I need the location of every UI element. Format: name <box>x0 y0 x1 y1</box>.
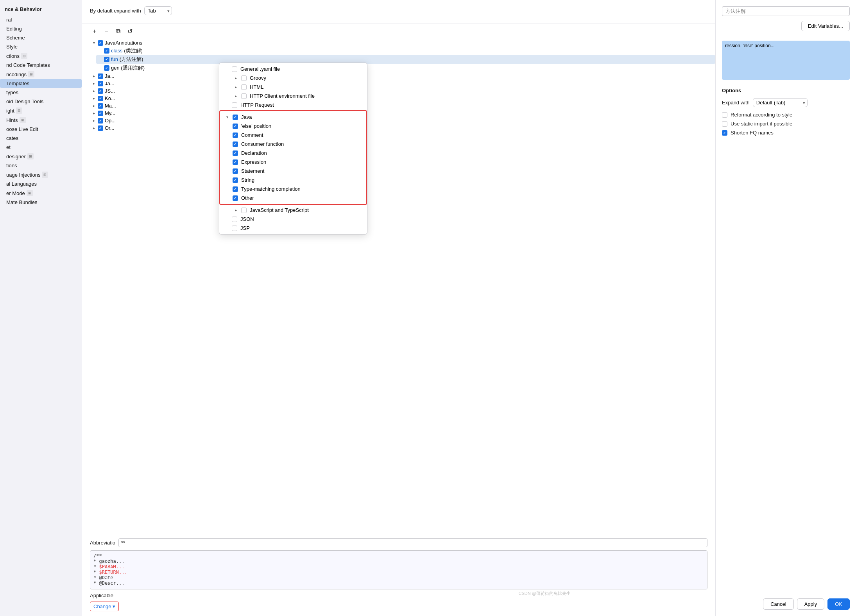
checkbox-other[interactable] <box>233 195 238 201</box>
tree-item-fun[interactable]: fun (方法注解) <box>96 55 715 64</box>
sidebar-item-editing[interactable]: Editing <box>0 24 82 33</box>
ok-button[interactable]: OK <box>827 598 850 610</box>
sidebar-item-design-tools[interactable]: oid Design Tools <box>0 97 82 106</box>
checkbox-ko[interactable] <box>98 96 103 101</box>
tree-item-my[interactable]: My... <box>90 109 715 117</box>
tree-item-class[interactable]: class (类注解) <box>96 47 715 55</box>
dropdown-item-other[interactable]: Other <box>220 193 366 202</box>
applicable-row[interactable]: Change ▾ <box>90 602 119 611</box>
tree-item-op[interactable]: Op... <box>90 117 715 124</box>
dropdown-item-json[interactable]: JSON <box>219 215 367 224</box>
tree-item-ko[interactable]: Ko... <box>90 95 715 102</box>
checkbox-gen[interactable] <box>104 65 109 71</box>
checkbox-or[interactable] <box>98 125 103 131</box>
sidebar-item-code-templates[interactable]: nd Code Templates <box>0 61 82 70</box>
expand-with-select[interactable]: Default (Tab) Tab Enter <box>753 98 808 107</box>
tree-item-or[interactable]: Or... <box>90 124 715 132</box>
checkbox-my[interactable] <box>98 111 103 116</box>
sidebar-item-types[interactable]: types <box>0 88 82 97</box>
expand-select[interactable]: Tab Enter Space <box>144 6 172 15</box>
sidebar-item-er-mode[interactable]: er Mode ⊞ <box>0 188 82 198</box>
tree-item-js[interactable]: JS... <box>90 87 715 95</box>
checkbox-reformat[interactable] <box>722 112 727 118</box>
checkbox-op[interactable] <box>98 118 103 124</box>
checkbox-expression[interactable] <box>233 159 238 165</box>
checkbox-static-import[interactable] <box>722 121 727 127</box>
tree-item-ja2[interactable]: Ja... <box>90 80 715 87</box>
checkbox-general-yaml[interactable] <box>232 66 237 72</box>
checkbox-consumer[interactable] <box>233 141 238 147</box>
checkbox-java-annotations[interactable] <box>98 40 103 46</box>
change-button[interactable]: Change ▾ <box>93 603 115 609</box>
checkbox-json[interactable] <box>232 217 237 222</box>
sidebar-item-ncodings[interactable]: ncodings ⊞ <box>0 70 82 79</box>
apply-button[interactable]: Apply <box>797 598 825 610</box>
dropdown-item-comment[interactable]: Comment <box>220 131 366 140</box>
checkbox-class[interactable] <box>104 48 109 54</box>
checkbox-http-request[interactable] <box>232 102 237 108</box>
sidebar-item-et[interactable]: et <box>0 143 82 152</box>
dropdown-item-html[interactable]: HTML <box>219 82 367 91</box>
checkbox-groovy[interactable] <box>241 75 247 81</box>
checkbox-else[interactable] <box>233 124 238 129</box>
sidebar-item-ral[interactable]: ral <box>0 15 82 24</box>
remove-button[interactable]: − <box>102 27 111 36</box>
abbreviation-input[interactable] <box>118 538 707 547</box>
sidebar-item-ctions[interactable]: ctions ⊞ <box>0 51 82 61</box>
cancel-button[interactable]: Cancel <box>763 598 793 610</box>
sidebar-item-templates[interactable]: Templates <box>0 79 82 88</box>
sidebar-item-mate-bundles[interactable]: Mate Bundles <box>0 198 82 207</box>
expand-select-wrapper[interactable]: Tab Enter Space <box>144 6 172 15</box>
checkbox-declaration[interactable] <box>233 150 238 156</box>
checkbox-shorten-fq[interactable] <box>722 130 727 136</box>
checkbox-jsp[interactable] <box>232 226 237 231</box>
dropdown-item-jsp[interactable]: JSP <box>219 224 367 233</box>
checkbox-html[interactable] <box>241 84 247 90</box>
tree-item-ja1[interactable]: Ja... <box>90 72 715 80</box>
dropdown-item-http-client[interactable]: HTTP Client environment file <box>219 91 367 100</box>
dropdown-item-statement[interactable]: Statement <box>220 167 366 175</box>
sidebar-item-style[interactable]: Style <box>0 42 82 51</box>
dropdown-item-declaration[interactable]: Declaration <box>220 149 366 158</box>
sidebar-item-al-languages[interactable]: al Languages <box>0 179 82 188</box>
checkbox-java[interactable] <box>233 115 238 120</box>
sidebar-item-designer[interactable]: designer ⊞ <box>0 152 82 161</box>
reset-button[interactable]: ↺ <box>125 27 134 36</box>
dropdown-item-consumer-function[interactable]: Consumer function <box>220 140 366 149</box>
sidebar-item-language-injections[interactable]: uage Injections ⊞ <box>0 170 82 179</box>
checkbox-js[interactable] <box>98 88 103 94</box>
tree-item-gen[interactable]: gen (通用注解) <box>96 64 715 72</box>
checkbox-js-ts[interactable] <box>241 208 247 213</box>
checkbox-type-matching[interactable] <box>233 186 238 192</box>
dropdown-item-else-position[interactable]: 'else' position <box>220 122 366 131</box>
dropdown-item-expression[interactable]: Expression <box>220 158 366 167</box>
dropdown-item-string[interactable]: String <box>220 175 366 184</box>
sidebar-item-cates[interactable]: cates <box>0 134 82 143</box>
expand-with-select-wrapper[interactable]: Default (Tab) Tab Enter <box>753 98 808 107</box>
checkbox-fun[interactable] <box>104 57 109 62</box>
code-editor[interactable]: /** * gaozha... * $PARAM... * $RETURN...… <box>90 550 707 589</box>
edit-variables-button[interactable]: Edit Variables... <box>801 21 850 31</box>
dropdown-item-java[interactable]: Java <box>220 113 366 122</box>
sidebar-item-scheme[interactable]: Scheme <box>0 33 82 42</box>
add-button[interactable]: + <box>90 27 99 36</box>
tree-item-ma[interactable]: Ma... <box>90 102 715 109</box>
checkbox-ja2[interactable] <box>98 81 103 86</box>
checkbox-comment[interactable] <box>233 133 238 138</box>
description-input[interactable] <box>722 6 850 16</box>
checkbox-statement[interactable] <box>233 168 238 174</box>
sidebar-item-live-edit[interactable]: oose Live Edit <box>0 125 82 134</box>
dropdown-item-http-request[interactable]: HTTP Request <box>219 100 367 109</box>
checkbox-string[interactable] <box>233 177 238 183</box>
dropdown-item-groovy[interactable]: Groovy <box>219 73 367 82</box>
dropdown-item-js-ts[interactable]: JavaScript and TypeScript <box>219 206 367 215</box>
copy-button[interactable]: ⧉ <box>113 27 123 36</box>
dropdown-item-type-matching[interactable]: Type-matching completion <box>220 184 366 193</box>
checkbox-http-client[interactable] <box>241 93 247 99</box>
checkbox-ja1[interactable] <box>98 73 103 79</box>
sidebar-item-ight[interactable]: ight ⊞ <box>0 106 82 115</box>
dropdown-item-general-yaml[interactable]: General .yaml file <box>219 64 367 73</box>
sidebar-item-tions[interactable]: tions <box>0 161 82 170</box>
sidebar-item-hints[interactable]: Hints ⊞ <box>0 115 82 125</box>
tree-item-java-annotations[interactable]: JavaAnnotations <box>90 39 715 47</box>
